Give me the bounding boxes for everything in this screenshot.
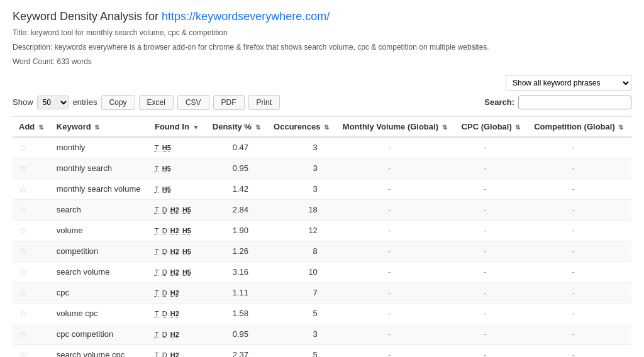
monthly-volume-cell: -	[336, 199, 455, 220]
word-count: Word Count: 633 words	[13, 56, 631, 68]
occurrences-cell: 5	[267, 303, 336, 324]
table-row: ☆monthly search volumeT H51.423---	[13, 178, 631, 199]
star-icon[interactable]: ☆	[19, 308, 27, 319]
show-label: Show	[13, 97, 33, 107]
monthly-volume-cell: -	[336, 241, 455, 261]
found-in-cell: T H5	[148, 137, 206, 158]
table-row: ☆volume cpcT D H21.585---	[13, 303, 631, 324]
competition-cell: -	[528, 303, 631, 324]
found-in-cell: T D H2	[148, 282, 206, 303]
col-density[interactable]: Density % ⇅	[206, 116, 267, 137]
star-icon[interactable]: ☆	[19, 329, 27, 339]
cpc-cell: -	[455, 241, 528, 261]
density-cell: 2.84	[206, 199, 267, 220]
monthly-volume-cell: -	[336, 178, 455, 199]
keyword-cell: monthly	[50, 137, 148, 158]
competition-cell: -	[528, 137, 631, 158]
occurrences-cell: 5	[267, 344, 336, 357]
density-cell: 3.16	[206, 261, 267, 282]
competition-cell: -	[528, 344, 631, 357]
star-icon[interactable]: ☆	[19, 142, 27, 153]
occurrences-cell: 12	[267, 220, 336, 241]
occurrences-cell: 3	[267, 178, 336, 199]
density-cell: 0.47	[206, 137, 267, 158]
site-url-link[interactable]: https://keywordseverywhere.com/	[162, 10, 330, 23]
table-row: ☆search volumeT D H2 H53.1610---	[13, 261, 631, 282]
table-row: ☆monthlyT H50.473---	[13, 137, 631, 158]
monthly-volume-cell: -	[336, 220, 455, 241]
table-row: ☆search volume cpcT D H22.375---	[13, 344, 631, 357]
found-in-cell: T D H2 H5	[148, 241, 206, 261]
monthly-volume-cell: -	[336, 282, 455, 303]
found-in-cell: T D H2 H5	[148, 199, 206, 220]
table-row: ☆searchT D H2 H52.8418---	[13, 199, 631, 220]
occurrences-cell: 10	[267, 261, 336, 282]
star-icon[interactable]: ☆	[19, 349, 27, 357]
star-icon[interactable]: ☆	[19, 225, 27, 236]
keyword-cell: monthly search	[50, 158, 148, 178]
star-icon[interactable]: ☆	[19, 204, 27, 215]
occurrences-cell: 3	[267, 137, 336, 158]
col-occurrences[interactable]: Occurences ⇅	[267, 116, 336, 137]
meta-description: Description: keywords everywhere is a br…	[13, 41, 631, 53]
monthly-volume-cell: -	[336, 344, 455, 357]
search-label: Search:	[484, 97, 514, 107]
search-input[interactable]	[518, 96, 631, 109]
monthly-volume-cell: -	[336, 324, 455, 344]
col-monthly-volume[interactable]: Monthly Volume (Global) ⇅	[336, 116, 455, 137]
keyword-cell: cpc competition	[50, 324, 148, 344]
keyword-cell: competition	[50, 241, 148, 261]
cpc-cell: -	[455, 199, 528, 220]
competition-cell: -	[528, 261, 631, 282]
star-icon[interactable]: ☆	[19, 184, 27, 194]
occurrences-cell: 7	[267, 282, 336, 303]
star-icon[interactable]: ☆	[19, 246, 27, 256]
keyword-phrases-select[interactable]: Show all keyword phrases	[506, 75, 631, 91]
csv-button[interactable]: CSV	[177, 95, 209, 110]
cpc-cell: -	[455, 158, 528, 178]
occurrences-cell: 8	[267, 241, 336, 261]
occurrences-cell: 3	[267, 324, 336, 344]
excel-button[interactable]: Excel	[139, 95, 174, 110]
col-found-in[interactable]: Found In ▼	[148, 116, 206, 137]
monthly-volume-cell: -	[336, 158, 455, 178]
density-cell: 1.90	[206, 220, 267, 241]
found-in-cell: T H5	[148, 178, 206, 199]
found-in-cell: T D H2	[148, 344, 206, 357]
keyword-cell: cpc	[50, 282, 148, 303]
star-icon[interactable]: ☆	[19, 163, 27, 173]
found-in-cell: T H5	[148, 158, 206, 178]
table-row: ☆volumeT D H2 H51.9012---	[13, 220, 631, 241]
competition-cell: -	[528, 178, 631, 199]
table-row: ☆competitionT D H2 H51.268---	[13, 241, 631, 261]
cpc-cell: -	[455, 178, 528, 199]
keyword-cell: search	[50, 199, 148, 220]
col-competition[interactable]: Competition (Global) ⇅	[528, 116, 631, 137]
found-in-cell: T D H2 H5	[148, 220, 206, 241]
monthly-volume-cell: -	[336, 137, 455, 158]
keyword-table: Add ⇅ Keyword ⇅ Found In ▼ Density % ⇅ O…	[13, 116, 631, 357]
col-cpc[interactable]: CPC (Global) ⇅	[455, 116, 528, 137]
density-cell: 1.26	[206, 241, 267, 261]
star-icon[interactable]: ☆	[19, 266, 27, 277]
competition-cell: -	[528, 199, 631, 220]
occurrences-cell: 3	[267, 158, 336, 178]
page-title: Keyword Density Analysis for https://key…	[13, 10, 631, 23]
entries-select[interactable]: 50 25 100	[37, 96, 69, 109]
col-keyword[interactable]: Keyword ⇅	[50, 116, 148, 137]
competition-cell: -	[528, 220, 631, 241]
density-cell: 1.58	[206, 303, 267, 324]
copy-button[interactable]: Copy	[101, 95, 135, 110]
star-icon[interactable]: ☆	[19, 287, 27, 298]
print-button[interactable]: Print	[248, 95, 280, 110]
keyword-cell: search volume cpc	[50, 344, 148, 357]
found-in-cell: T D H2	[148, 303, 206, 324]
cpc-cell: -	[455, 303, 528, 324]
monthly-volume-cell: -	[336, 303, 455, 324]
table-row: ☆cpc competitionT D H20.953---	[13, 324, 631, 344]
pdf-button[interactable]: PDF	[213, 95, 245, 110]
competition-cell: -	[528, 158, 631, 178]
table-row: ☆monthly searchT H50.953---	[13, 158, 631, 178]
col-add[interactable]: Add ⇅	[13, 116, 50, 137]
table-row: ☆cpcT D H21.117---	[13, 282, 631, 303]
